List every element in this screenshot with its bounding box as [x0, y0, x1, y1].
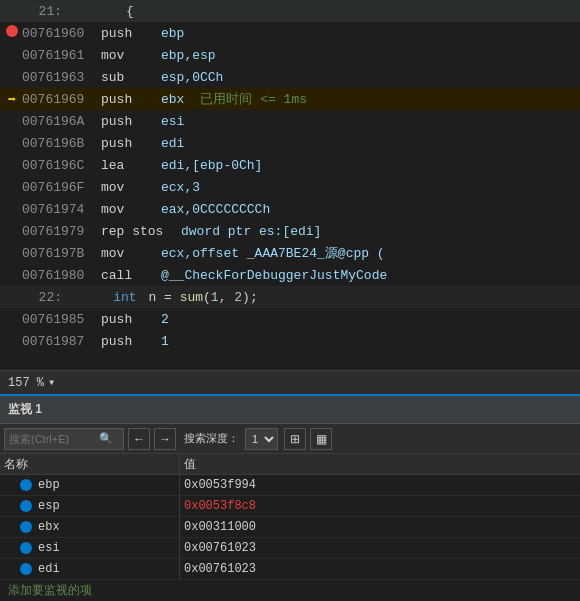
watch-name-cell-ebp: ebp	[0, 475, 180, 495]
forward-button[interactable]: →	[154, 428, 176, 450]
addr-0076197B: 0076197B	[22, 246, 97, 261]
watch-row-ebp[interactable]: ebp 0x0053f994	[0, 475, 580, 496]
watch-name-ebp: ebp	[38, 478, 60, 492]
watch-val-ebp: 0x0053f994	[184, 478, 256, 492]
watch-val-cell-ebx: 0x00311000	[180, 517, 580, 537]
mnemonic-push4: push	[101, 136, 161, 151]
disasm-line-00761980[interactable]: 00761980 call @__CheckForDebuggerJustMyC…	[0, 264, 580, 286]
watch-icon-ebp	[20, 479, 32, 491]
marker-empty1	[4, 48, 20, 63]
linenum-22: 22:	[22, 290, 62, 305]
watch-icon-ebx	[20, 521, 32, 533]
marker-empty5	[4, 158, 20, 173]
watch-val-ebx: 0x00311000	[184, 520, 256, 534]
disasm-line-0076196C[interactable]: 0076196C lea edi,[ebp-0Ch]	[0, 154, 580, 176]
arrow-icon: ➡	[8, 92, 16, 108]
marker-empty11	[4, 290, 20, 305]
marker-brace	[4, 4, 20, 19]
arrow-marker: ➡	[4, 91, 20, 108]
operand-ecx-3: ecx,3	[161, 180, 200, 195]
disasm-line-00761960[interactable]: 00761960 push ebp	[0, 22, 580, 44]
mnemonic-call: call	[101, 268, 161, 283]
source-rest: n = sum(1, 2);	[141, 290, 258, 305]
watch-icon-esp	[20, 500, 32, 512]
watch-row-esp[interactable]: esp 0x0053f8c8	[0, 496, 580, 517]
watch-val-cell-ebp: 0x0053f994	[180, 475, 580, 495]
marker-empty4	[4, 136, 20, 151]
search-icon[interactable]: 🔍	[99, 432, 113, 445]
breakpoint-marker	[4, 25, 20, 41]
grid-button[interactable]: ▦	[310, 428, 332, 450]
operand-ecx-offset: ecx,offset _AAA7BE24_源@cpp (	[161, 244, 385, 262]
addr-00761974: 00761974	[22, 202, 97, 217]
disasm-line-0076196B[interactable]: 0076196B push edi	[0, 132, 580, 154]
back-button[interactable]: ←	[128, 428, 150, 450]
add-watch-label[interactable]: 添加要监视的项	[8, 582, 92, 599]
disasm-line-0076197B[interactable]: 0076197B mov ecx,offset _AAA7BE24_源@cpp …	[0, 242, 580, 264]
watch-header: 监视 1	[0, 396, 580, 424]
pin-button[interactable]: ⊞	[284, 428, 306, 450]
watch-name-cell-ebx: ebx	[0, 517, 180, 537]
addr-00761985: 00761985	[22, 312, 97, 327]
marker-empty2	[4, 70, 20, 85]
watch-name-edi: edi	[38, 562, 60, 576]
addr-0076196B: 0076196B	[22, 136, 97, 151]
source-int-keyword: int	[113, 290, 136, 305]
marker-empty12	[4, 312, 20, 327]
col-headers: 名称 值	[0, 454, 580, 475]
source-indent	[82, 290, 113, 305]
disasm-line-0076196F[interactable]: 0076196F mov ecx,3	[0, 176, 580, 198]
watch-name-esp: esp	[38, 499, 60, 513]
source-func-sum: sum	[180, 290, 203, 305]
breakpoint-dot	[6, 25, 18, 37]
marker-empty6	[4, 180, 20, 195]
source-num-2: 2	[234, 290, 242, 305]
operand-1: 1	[161, 334, 169, 349]
watch-name-cell-esp: esp	[0, 496, 180, 516]
watch-name-cell-edi: edi	[0, 559, 180, 579]
mnemonic-mov1: mov	[101, 48, 161, 63]
watch-val-cell-esi: 0x00761023	[180, 538, 580, 558]
mnemonic-sub: sub	[101, 70, 161, 85]
mnemonic-lea: lea	[101, 158, 161, 173]
zoom-level: 157 %	[8, 376, 44, 390]
watch-name-ebx: ebx	[38, 520, 60, 534]
disasm-line-00761974[interactable]: 00761974 mov eax,0CCCCCCCCh	[0, 198, 580, 220]
watch-row-esi[interactable]: esi 0x00761023	[0, 538, 580, 559]
search-input[interactable]	[9, 433, 99, 445]
depth-select[interactable]: 1 2 3	[245, 428, 278, 450]
mnemonic-push2: push	[101, 92, 161, 107]
watch-table: 名称 值 ebp 0x0053f994 esp 0x0053f8c8	[0, 454, 580, 601]
disasm-area: 21: { 00761960 push ebp 00761961 mov ebp…	[0, 0, 580, 370]
add-watch-row[interactable]: 添加要监视的项	[0, 580, 580, 601]
mnemonic-push6: push	[101, 334, 161, 349]
watch-val-cell-edi: 0x00761023	[180, 559, 580, 579]
marker-empty7	[4, 202, 20, 217]
marker-empty8	[4, 224, 20, 239]
mnemonic-push3: push	[101, 114, 161, 129]
col-value-header: 值	[180, 454, 580, 474]
watch-toolbar: 🔍 ← → 搜索深度： 1 2 3 ⊞ ▦	[0, 424, 580, 454]
disasm-line-0076196A[interactable]: 0076196A push esi	[0, 110, 580, 132]
watch-icon-edi	[20, 563, 32, 575]
addr-0076196F: 0076196F	[22, 180, 97, 195]
disasm-line-00761961[interactable]: 00761961 mov ebp,esp	[0, 44, 580, 66]
watch-row-edi[interactable]: edi 0x00761023	[0, 559, 580, 580]
disasm-line-00761969[interactable]: ➡ 00761969 push ebx 已用时间 <= 1ms	[0, 88, 580, 110]
mnemonic-push5: push	[101, 312, 161, 327]
zoom-dropdown-icon[interactable]: ▾	[48, 375, 55, 390]
operand-esi: esi	[161, 114, 184, 129]
linenum-21: 21:	[22, 4, 62, 19]
search-box[interactable]: 🔍	[4, 428, 124, 450]
disasm-line-00761987[interactable]: 00761987 push 1	[0, 330, 580, 352]
disasm-line-00761979[interactable]: 00761979 rep stos dword ptr es:[edi]	[0, 220, 580, 242]
disasm-line-00761963[interactable]: 00761963 sub esp,0CCh	[0, 66, 580, 88]
addr-00761980: 00761980	[22, 268, 97, 283]
addr-00761987: 00761987	[22, 334, 97, 349]
addr-00761961: 00761961	[22, 48, 97, 63]
watch-val-edi: 0x00761023	[184, 562, 256, 576]
disasm-line-00761985[interactable]: 00761985 push 2	[0, 308, 580, 330]
watch-row-ebx[interactable]: ebx 0x00311000	[0, 517, 580, 538]
watch-name-cell-esi: esi	[0, 538, 180, 558]
watch-val-esp: 0x0053f8c8	[184, 499, 256, 513]
